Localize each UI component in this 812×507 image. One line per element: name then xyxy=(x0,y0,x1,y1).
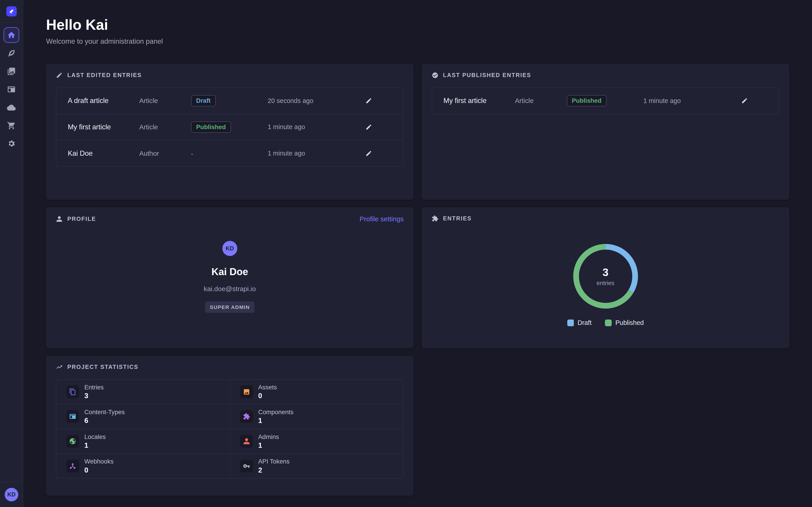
chart-legend: Draft Published xyxy=(567,319,644,327)
pencil-icon xyxy=(365,150,372,157)
legend-label: Published xyxy=(615,319,644,327)
media-icon xyxy=(7,67,16,76)
stat-label: Admins xyxy=(258,434,279,440)
check-circle-icon xyxy=(432,72,439,79)
entry-name: My first article xyxy=(444,97,515,105)
feather-icon xyxy=(7,49,16,58)
profile-email: kai.doe@strapi.io xyxy=(204,285,256,293)
puzzle-icon xyxy=(243,413,250,420)
sidebar-item-settings[interactable] xyxy=(4,136,19,152)
legend-item-draft: Draft xyxy=(567,319,592,327)
entries-donut-chart: 3 entries xyxy=(572,243,639,309)
panel-title: LAST EDITED ENTRIES xyxy=(67,72,142,78)
person-icon xyxy=(243,438,250,445)
documents-icon xyxy=(69,388,76,395)
entries-unit: entries xyxy=(597,280,614,287)
entry-kind: Article xyxy=(139,123,191,131)
stat-assets: Assets0 xyxy=(230,380,403,404)
table-row: My first article Article Published 1 min… xyxy=(56,114,403,140)
stat-label: Webhooks xyxy=(84,458,114,465)
entry-time: 1 minute ago xyxy=(268,123,365,131)
screen: KD Hello Kai Welcome to your administrat… xyxy=(0,0,812,507)
sidebar-footer: KD xyxy=(0,482,23,507)
role-badge: SUPER ADMIN xyxy=(205,301,254,313)
cart-icon xyxy=(7,121,16,130)
layout-icon xyxy=(69,413,76,420)
status-badge: Published xyxy=(191,121,231,133)
dashboard-grid: LAST EDITED ENTRIES A draft article Arti… xyxy=(46,64,789,496)
stat-value: 0 xyxy=(84,467,114,474)
legend-item-published: Published xyxy=(605,319,644,327)
panel-title: PROJECT STATISTICS xyxy=(67,364,138,370)
cloud-icon xyxy=(7,103,16,112)
profile-panel: PROFILE Profile settings KD Kai Doe kai.… xyxy=(46,207,413,348)
sidebar: KD xyxy=(0,0,23,507)
entries-panel: ENTRIES 3 entries xyxy=(422,207,789,348)
stat-webhooks: Webhooks0 xyxy=(56,453,230,478)
home-icon xyxy=(7,31,16,40)
profile-body: KD Kai Doe kai.doe@strapi.io SUPER ADMIN xyxy=(46,228,413,313)
entry-name: Kai Doe xyxy=(68,150,139,158)
sidebar-item-media-library[interactable] xyxy=(4,64,19,79)
stat-value: 1 xyxy=(258,442,279,449)
legend-swatch-draft xyxy=(567,320,574,326)
project-statistics-panel: PROJECT STATISTICS Entries3 Assets0 Cont… xyxy=(46,356,413,496)
stat-value: 6 xyxy=(84,417,125,424)
entries-total: 3 xyxy=(603,266,609,279)
page-title: Hello Kai xyxy=(46,16,789,33)
panel-header: PROFILE Profile settings xyxy=(46,207,413,228)
stats-table: Entries3 Assets0 Content-Types6 Componen… xyxy=(56,379,404,479)
user-avatar[interactable]: KD xyxy=(5,488,18,501)
stat-label: Components xyxy=(258,409,294,415)
panel-header: LAST PUBLISHED ENTRIES xyxy=(422,64,789,84)
pencil-icon xyxy=(741,97,748,104)
status-badge: Published xyxy=(567,95,607,106)
stat-label: Content-Types xyxy=(84,409,125,415)
status-empty: - xyxy=(191,150,193,158)
globe-icon xyxy=(69,438,76,445)
legend-label: Draft xyxy=(578,319,592,327)
entry-time: 1 minute ago xyxy=(268,150,365,157)
entry-kind: Article xyxy=(139,97,191,105)
last-edited-entries-panel: LAST EDITED ENTRIES A draft article Arti… xyxy=(46,64,413,200)
edit-entry-button[interactable] xyxy=(741,97,748,104)
table-row: My first article Article Published 1 min… xyxy=(432,88,779,114)
sidebar-item-deploy[interactable] xyxy=(4,100,19,115)
last-edited-table: A draft article Article Draft 20 seconds… xyxy=(56,88,404,167)
stat-label: Assets xyxy=(258,384,277,391)
key-icon xyxy=(243,462,250,469)
edit-entry-button[interactable] xyxy=(365,150,372,157)
puzzle-icon xyxy=(432,215,439,222)
status-badge: Draft xyxy=(191,95,216,106)
stat-locales: Locales1 xyxy=(56,429,230,453)
sidebar-item-content-type-builder[interactable] xyxy=(4,81,19,97)
panel-title: PROFILE xyxy=(67,216,96,222)
legend-swatch-published xyxy=(605,320,612,326)
panel-title: LAST PUBLISHED ENTRIES xyxy=(443,72,531,78)
stat-entries: Entries3 xyxy=(56,380,230,404)
stat-label: API Tokens xyxy=(258,458,290,465)
panel-header: LAST EDITED ENTRIES xyxy=(46,64,413,84)
sidebar-item-content-manager[interactable] xyxy=(4,46,19,61)
profile-avatar: KD xyxy=(222,241,238,256)
sidebar-item-home[interactable] xyxy=(4,27,19,43)
stat-components: Components1 xyxy=(230,404,403,429)
stat-value: 1 xyxy=(258,417,294,424)
profile-settings-link[interactable]: Profile settings xyxy=(360,215,404,223)
entries-chart-body: 3 entries Draft Published xyxy=(422,228,789,327)
stat-api-tokens: API Tokens2 xyxy=(230,453,403,478)
edit-entry-button[interactable] xyxy=(365,124,372,130)
edit-entry-button[interactable] xyxy=(365,97,372,104)
stat-value: 3 xyxy=(84,392,104,399)
entry-name: A draft article xyxy=(68,97,139,105)
hub-icon xyxy=(69,462,76,469)
donut-center: 3 entries xyxy=(572,243,639,309)
person-icon xyxy=(56,216,63,222)
sidebar-item-marketplace[interactable] xyxy=(4,118,19,133)
stat-label: Locales xyxy=(84,434,106,440)
strapi-logo-icon[interactable] xyxy=(6,6,17,17)
pencil-icon xyxy=(56,72,63,79)
panel-header: ENTRIES xyxy=(422,207,789,228)
page-subtitle: Welcome to your administration panel xyxy=(46,38,789,46)
entry-time: 1 minute ago xyxy=(643,97,741,105)
